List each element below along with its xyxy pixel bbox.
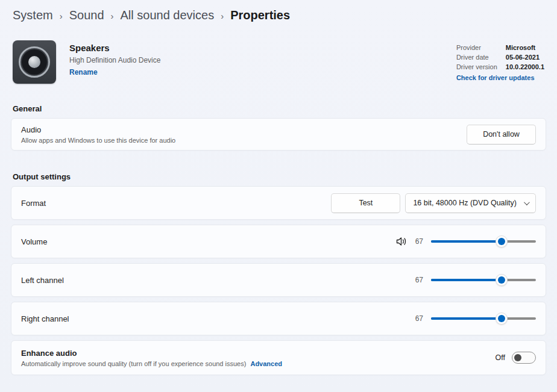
breadcrumb-properties: Properties <box>230 8 290 22</box>
output-settings-section-title: Output settings <box>11 172 546 181</box>
right-channel-slider[interactable] <box>431 317 536 320</box>
section-output-settings: Output settings Format Test 16 bit, 4800… <box>11 172 546 375</box>
check-driver-updates-link[interactable]: Check for driver updates <box>456 74 535 81</box>
right-channel-label: Right channel <box>21 314 69 323</box>
audio-row-subtitle: Allow apps and Windows to use this devic… <box>21 137 175 144</box>
volume-label: Volume <box>21 237 47 246</box>
enhance-audio-title: Enhance audio <box>21 349 282 358</box>
driver-provider-label: Provider <box>456 44 497 51</box>
enhance-audio-subtitle: Automatically improve sound quality (tur… <box>21 360 246 367</box>
breadcrumb-separator-icon: › <box>221 10 224 21</box>
driver-version-value: 10.0.22000.1 <box>506 63 544 70</box>
device-name: Speakers <box>69 43 160 53</box>
device-header: Speakers High Definition Audio Device Re… <box>11 40 546 84</box>
format-dropdown-value: 16 bit, 48000 Hz (DVD Quality) <box>413 199 517 207</box>
volume-value: 67 <box>413 237 423 246</box>
volume-slider[interactable] <box>431 240 536 243</box>
breadcrumb-separator-icon: › <box>60 10 63 21</box>
rename-link[interactable]: Rename <box>69 68 98 76</box>
left-channel-value: 67 <box>413 276 423 284</box>
enhance-audio-row: Enhance audio Automatically improve soun… <box>11 340 546 375</box>
speaker-device-icon <box>13 40 56 84</box>
driver-info: Provider Microsoft Driver date 05-06-202… <box>456 40 544 81</box>
driver-date-label: Driver date <box>456 54 497 61</box>
dont-allow-button[interactable]: Don't allow <box>467 125 536 145</box>
right-channel-slider-thumb[interactable] <box>496 313 508 325</box>
left-channel-label: Left channel <box>21 276 64 285</box>
enhance-audio-toggle-state: Off <box>496 353 505 362</box>
device-description: High Definition Audio Device <box>69 56 160 64</box>
advanced-link[interactable]: Advanced <box>250 360 282 367</box>
right-channel-row: Right channel 67 <box>11 302 546 335</box>
volume-speaker-icon <box>396 237 408 246</box>
audio-row-title: Audio <box>21 125 175 134</box>
general-section-title: General <box>11 104 546 113</box>
test-button[interactable]: Test <box>331 193 400 213</box>
breadcrumb: System › Sound › All sound devices › Pro… <box>11 8 546 22</box>
sound-properties-page: System › Sound › All sound devices › Pro… <box>0 0 557 375</box>
chevron-down-icon <box>524 199 530 205</box>
volume-slider-thumb[interactable] <box>496 235 508 247</box>
breadcrumb-sound[interactable]: Sound <box>69 8 104 22</box>
breadcrumb-all-sound-devices[interactable]: All sound devices <box>121 8 215 22</box>
left-channel-slider-thumb[interactable] <box>496 274 508 286</box>
device-meta: Speakers High Definition Audio Device Re… <box>69 40 160 77</box>
toggle-knob <box>514 354 521 361</box>
right-channel-value: 67 <box>413 314 423 323</box>
audio-permission-row: Audio Allow apps and Windows to use this… <box>11 118 546 151</box>
enhance-audio-toggle[interactable] <box>512 352 536 364</box>
breadcrumb-separator-icon: › <box>111 10 114 21</box>
driver-version-label: Driver version <box>456 63 497 70</box>
format-row: Format Test 16 bit, 48000 Hz (DVD Qualit… <box>11 186 546 220</box>
left-channel-slider[interactable] <box>431 279 536 281</box>
format-label: Format <box>21 199 46 208</box>
breadcrumb-system[interactable]: System <box>13 8 53 22</box>
driver-provider-value: Microsoft <box>506 44 544 51</box>
volume-row: Volume 67 <box>11 225 546 258</box>
left-channel-row: Left channel 67 <box>11 263 546 297</box>
driver-date-value: 05-06-2021 <box>506 54 544 61</box>
section-general: General Audio Allow apps and Windows to … <box>11 104 546 151</box>
format-dropdown[interactable]: 16 bit, 48000 Hz (DVD Quality) <box>405 193 536 213</box>
